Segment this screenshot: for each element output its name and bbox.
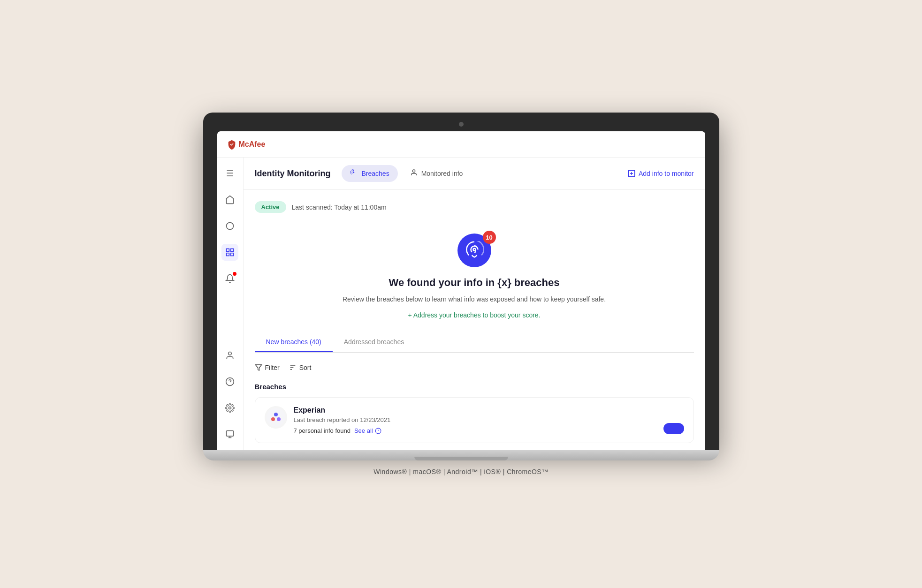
svg-point-0	[227, 223, 234, 230]
see-all-label: See all	[354, 427, 373, 434]
active-badge: Active	[255, 201, 286, 213]
sidebar-bottom	[221, 347, 238, 443]
boost-score-link[interactable]: + Address your breaches to boost your sc…	[408, 311, 540, 319]
svg-rect-4	[231, 253, 234, 256]
experian-logo	[265, 406, 287, 429]
sidebar-item-grid[interactable]	[221, 244, 238, 261]
filter-label: Filter	[265, 364, 280, 371]
topbar: McAfee	[217, 131, 705, 158]
breach-tab-new-label: New breaches (40)	[266, 338, 321, 346]
status-bar: Active Last scanned: Today at 11:00am	[255, 201, 694, 213]
sidebar: ☰	[217, 158, 244, 450]
sidebar-item-menu[interactable]: ☰	[221, 165, 238, 182]
content-area: Identity Monitoring	[244, 158, 705, 450]
breach-subtext: Review the breaches below to learn what …	[255, 294, 694, 304]
breach-hero: 10 We found your info in {x} breaches Re…	[255, 226, 694, 332]
person-tab-icon	[410, 169, 418, 178]
footer-text: Windows® | macOS® | Android™ | iOS® | Ch…	[203, 468, 719, 475]
laptop-base	[203, 450, 719, 460]
sidebar-item-home[interactable]	[221, 191, 238, 208]
breach-tabs: New breaches (40) Addressed breaches	[255, 332, 694, 353]
sidebar-item-help[interactable]	[221, 373, 238, 390]
breach-tab-new[interactable]: New breaches (40)	[255, 332, 333, 352]
add-info-button[interactable]: Add info to monitor	[627, 169, 694, 178]
breach-count-badge: 10	[483, 231, 496, 244]
experian-see-all-link[interactable]: See all	[354, 427, 381, 434]
svg-rect-3	[227, 253, 229, 256]
experian-logo-svg	[267, 408, 285, 427]
fingerprint-icon	[465, 241, 484, 260]
filter-sort-bar: Filter Sort	[255, 362, 694, 373]
fingerprint-tab-icon	[350, 169, 358, 178]
breach-info-experian: Experian Last breach reported on 12/23/2…	[294, 406, 684, 434]
svg-point-22	[271, 417, 275, 421]
content-body: Active Last scanned: Today at 11:00am	[244, 190, 705, 450]
mcafee-logo: McAfee	[227, 139, 266, 150]
svg-point-5	[229, 352, 232, 355]
svg-point-23	[277, 417, 281, 421]
content-header: Identity Monitoring	[244, 158, 705, 190]
breaches-section-title: Breaches	[255, 383, 694, 391]
tab-breaches-label: Breaches	[361, 170, 389, 177]
svg-point-21	[274, 413, 278, 416]
svg-rect-9	[227, 431, 234, 437]
sort-icon	[289, 364, 297, 371]
svg-rect-2	[231, 249, 234, 252]
sidebar-item-alert[interactable]	[221, 270, 238, 287]
laptop-camera	[459, 122, 464, 127]
breach-tab-addressed[interactable]: Addressed breaches	[333, 332, 415, 352]
logo-text: McAfee	[239, 140, 266, 149]
experian-breach-date: Last breach reported on 12/23/2021	[294, 416, 684, 423]
experian-personal-info: 7 personal info found See all	[294, 427, 684, 434]
laptop-screen: McAfee ☰	[217, 131, 705, 450]
add-info-label: Add info to monitor	[639, 170, 694, 177]
last-scanned-text: Last scanned: Today at 11:00am	[292, 204, 387, 211]
fingerprint-icon-wrapper: 10	[457, 234, 491, 267]
sidebar-item-feedback[interactable]	[221, 426, 238, 443]
tab-breaches[interactable]: Breaches	[342, 165, 397, 182]
svg-point-15	[473, 249, 475, 251]
svg-point-8	[229, 407, 231, 409]
circle-info-icon	[375, 428, 381, 434]
svg-point-20	[267, 408, 285, 427]
experian-info-count: 7 personal info found	[294, 427, 351, 434]
filter-button[interactable]: Filter	[255, 362, 280, 373]
sidebar-item-circle[interactable]	[221, 218, 238, 234]
sidebar-item-settings[interactable]	[221, 400, 238, 416]
breach-headline: We found your info in {x} breaches	[255, 277, 694, 289]
svg-point-11	[412, 170, 415, 172]
plus-icon	[627, 169, 636, 178]
sort-label: Sort	[299, 364, 312, 371]
page-title: Identity Monitoring	[255, 169, 331, 179]
experian-action-button[interactable]	[663, 423, 684, 434]
mcafee-shield-icon	[227, 139, 237, 150]
sidebar-item-person[interactable]	[221, 347, 238, 364]
svg-marker-16	[255, 365, 261, 370]
breach-tab-addressed-label: Addressed breaches	[344, 338, 404, 346]
main-layout: ☰	[217, 158, 705, 450]
sort-button[interactable]: Sort	[289, 362, 312, 373]
tab-monitored-label: Monitored info	[421, 170, 463, 177]
app-container: McAfee ☰	[217, 131, 705, 450]
breaches-section: Breaches	[255, 383, 694, 443]
tabs-container: Breaches Monitored info	[342, 165, 471, 182]
experian-company-name: Experian	[294, 406, 684, 415]
breach-card-experian: Experian Last breach reported on 12/23/2…	[255, 397, 694, 443]
svg-rect-1	[227, 249, 229, 252]
filter-icon	[255, 364, 262, 371]
tab-monitored-info[interactable]: Monitored info	[402, 165, 472, 182]
